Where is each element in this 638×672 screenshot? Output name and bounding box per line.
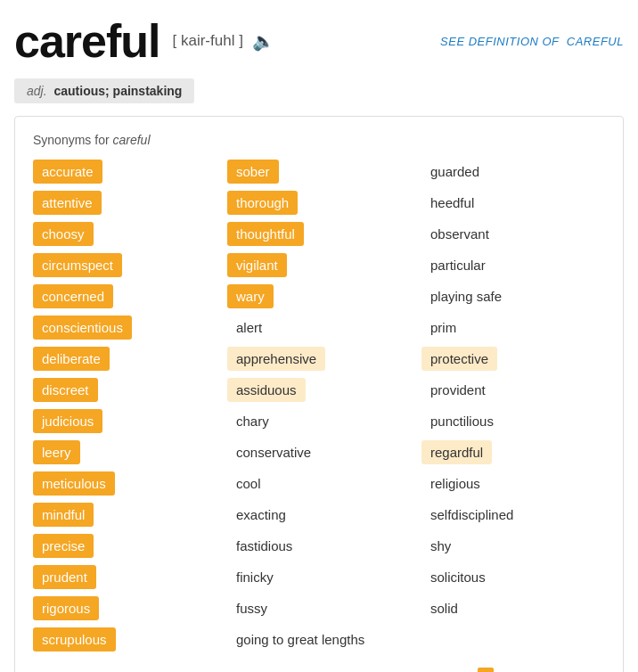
synonyms-col-1: soberthoroughthoughtfulvigilantwaryalert… [227,160,411,652]
synonym-tag[interactable]: guarded [421,160,488,184]
synonym-tag[interactable]: protective [421,347,497,371]
synonym-tag[interactable]: leery [33,440,80,464]
synonym-tag[interactable]: circumspect [33,253,122,277]
synonym-tag[interactable]: prudent [33,565,96,589]
synonym-tag[interactable]: mindful [33,503,94,527]
pos-definition: cautious; painstaking [53,84,182,98]
see-definition-word: careful [567,35,624,48]
synonym-tag[interactable]: precise [33,534,94,558]
synonym-tag[interactable]: judicious [33,409,102,433]
synonym-tag[interactable]: provident [421,378,495,402]
synonym-tag[interactable]: solid [421,596,467,620]
legend: MOST RELEVANT [33,668,605,672]
synonym-tag[interactable]: fussy [227,596,276,620]
synonym-tag[interactable]: going to great lengths [227,627,373,652]
synonym-tag[interactable]: rigorous [33,596,99,620]
synonyms-label: Synonyms for careful [33,133,605,147]
synonym-tag[interactable]: vigilant [227,253,287,277]
synonym-tag[interactable]: shy [421,534,460,558]
synonym-tag[interactable]: thoughtful [227,222,304,246]
synonym-tag[interactable]: selfdisciplined [421,503,522,527]
legend-label: MOST RELEVANT [501,669,605,673]
synonym-tag[interactable]: meticulous [33,471,115,496]
synonym-tag[interactable]: concerned [33,284,113,308]
synonym-tag[interactable]: punctilious [421,409,503,433]
synonym-tag[interactable]: particular [421,253,495,277]
see-definition-link[interactable]: SEE DEFINITION OF careful [440,35,624,48]
synonym-tag[interactable]: heedful [421,191,483,215]
word-title: careful [14,14,160,68]
synonyms-label-word: careful [112,133,150,147]
synonym-tag[interactable]: exacting [227,503,295,527]
synonym-tag[interactable]: religious [421,471,489,496]
synonym-tag[interactable]: fastidious [227,534,301,558]
synonyms-grid: accurateattentivechoosycircumspectconcer… [33,160,605,652]
synonyms-col-2: guardedheedfulobservantparticularplaying… [421,160,605,620]
synonym-tag[interactable]: conservative [227,440,320,464]
synonym-tag[interactable]: alert [227,316,271,340]
synonyms-col-0: accurateattentivechoosycircumspectconcer… [33,160,217,652]
synonym-tag[interactable]: cool [227,471,270,496]
legend-color-box [478,668,494,672]
synonym-tag[interactable]: solicitous [421,565,495,589]
pronunciation: [ kair-fuhl ] [173,32,243,50]
synonym-tag[interactable]: sober [227,160,279,184]
synonym-tag[interactable]: apprehensive [227,347,325,371]
synonym-tag[interactable]: regardful [421,440,492,464]
synonym-tag[interactable]: wary [227,284,274,308]
synonym-tag[interactable]: playing safe [421,284,511,308]
synonym-tag[interactable]: conscientious [33,316,132,340]
synonym-tag[interactable]: chary [227,409,278,433]
synonym-tag[interactable]: discreet [33,378,98,402]
header-left: careful [ kair-fuhl ] 🔈 [14,14,274,68]
synonyms-label-prefix: Synonyms for [33,133,110,147]
page-header: careful [ kair-fuhl ] 🔈 SEE DEFINITION O… [14,14,624,68]
synonym-tag[interactable]: finicky [227,565,282,589]
synonym-tag[interactable]: deliberate [33,347,110,371]
see-definition-prefix: SEE DEFINITION OF [440,35,559,48]
pos-bar: adj. cautious; painstaking [14,78,194,103]
synonym-tag[interactable]: attentive [33,191,102,215]
synonym-tag[interactable]: thorough [227,191,298,215]
synonyms-card: Synonyms for careful accurateattentivech… [14,116,624,672]
speaker-icon[interactable]: 🔈 [252,30,274,52]
synonym-tag[interactable]: choosy [33,222,94,246]
synonym-tag[interactable]: scrupulous [33,627,116,652]
synonym-tag[interactable]: prim [421,316,465,340]
pos-label: adj. [27,84,47,98]
synonym-tag[interactable]: observant [421,222,498,246]
synonym-tag[interactable]: accurate [33,160,102,184]
synonym-tag[interactable]: assiduous [227,378,306,402]
